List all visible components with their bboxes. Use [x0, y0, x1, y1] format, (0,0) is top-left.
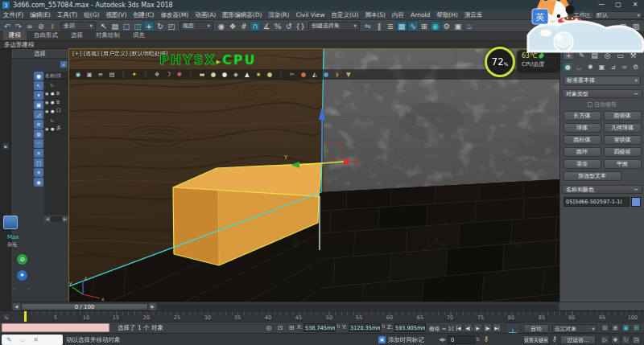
- visibility-eye-icon[interactable]: ◉: [45, 126, 50, 131]
- toolbar-icon[interactable]: ◉: [430, 21, 441, 31]
- toolbar-icon[interactable]: ⊞: [419, 21, 430, 31]
- primitive-button[interactable]: 圆锥体: [604, 111, 642, 121]
- viewport-layout-icon[interactable]: ▥: [617, 21, 629, 31]
- y-coord-field[interactable]: 3120.35mm: [349, 323, 381, 332]
- command-panel-tab-icon[interactable]: ✎: [576, 51, 588, 60]
- plugin-toolbar-icon[interactable]: ☽: [163, 71, 173, 78]
- create-category-icon[interactable]: ▣: [597, 62, 607, 72]
- close-button[interactable]: ✕: [630, 0, 641, 9]
- transport-button[interactable]: ▶|: [493, 323, 502, 332]
- key-filters-icon[interactable]: ⚷: [552, 335, 557, 343]
- menu-item[interactable]: 自定义(U): [328, 11, 362, 19]
- plugin-toolbar-icon[interactable]: ●: [321, 71, 331, 78]
- command-panel-tab-icon[interactable]: ⚒: [627, 51, 639, 60]
- plugin-toolbar-icon[interactable]: |: [118, 71, 128, 78]
- name-column-header[interactable]: 名称(排: [44, 72, 68, 80]
- scene-explorer-title[interactable]: 选择: [11, 49, 68, 59]
- primitive-button[interactable]: 茶壶: [564, 159, 601, 169]
- primitive-button[interactable]: 球体: [564, 123, 601, 133]
- plugin-toolbar-icon[interactable]: |: [186, 71, 196, 78]
- ribbon-tab[interactable]: 填充: [127, 31, 151, 40]
- explorer-row[interactable]: ◉ ● B: [44, 88, 68, 97]
- primitive-button[interactable]: 平面: [604, 159, 642, 169]
- object-name-field[interactable]: 05]3d66-502597-1-1(: [564, 197, 630, 207]
- plugin-toolbar-icon[interactable]: ▬: [197, 71, 207, 78]
- menu-item[interactable]: 动画(A): [192, 11, 219, 19]
- spinner-icon[interactable]: ⇅: [382, 323, 386, 329]
- menu-item[interactable]: 创建(C): [130, 11, 157, 19]
- transport-button[interactable]: |▶: [483, 323, 492, 332]
- plugin-toolbar-icon[interactable]: ✦: [130, 71, 139, 78]
- create-category-icon[interactable]: ⊿: [608, 62, 618, 72]
- plugin-toolbar-icon[interactable]: ▤: [107, 71, 117, 78]
- primitive-button[interactable]: 管状体: [604, 135, 642, 145]
- create-category-icon[interactable]: ≈: [619, 62, 630, 72]
- menu-item[interactable]: 渲染(R): [265, 11, 292, 19]
- toolbar-icon[interactable]: ∿: [407, 21, 419, 31]
- command-panel-tab-icon[interactable]: ▭: [614, 51, 626, 60]
- transport-button[interactable]: |◀: [454, 323, 463, 332]
- viewport-nav-icon[interactable]: ⊙: [601, 323, 609, 332]
- toolbar-icon[interactable]: ◰: [166, 21, 177, 31]
- menu-item[interactable]: 工具(T): [54, 11, 80, 19]
- reference-coordinate-dropdown[interactable]: 视图▼: [180, 22, 213, 31]
- explorer-filter-icon[interactable]: ◿: [34, 110, 43, 119]
- key-filters-button[interactable]: 过滤器...: [560, 335, 596, 344]
- explorer-row[interactable]: ◺: [44, 115, 68, 124]
- set-key-button[interactable]: 设置关键点: [523, 335, 549, 344]
- ribbon-tab[interactable]: 选择: [65, 31, 89, 40]
- track-bar[interactable]: ∿ 51015202530354045505560657075808590951…: [0, 310, 644, 322]
- plugin-toolbar-icon[interactable]: ◆: [231, 71, 241, 78]
- workspace-dropdown[interactable]: 默认▼: [594, 11, 642, 19]
- isolate-selection-icon[interactable]: ◎: [264, 323, 274, 332]
- menu-item[interactable]: Civil View: [292, 11, 328, 18]
- toolbar-icon[interactable]: ♨: [464, 21, 475, 31]
- primitive-button[interactable]: 四棱锥: [604, 147, 642, 157]
- plugin-toolbar-icon[interactable]: ◉: [73, 71, 83, 78]
- object-color-swatch[interactable]: [631, 197, 641, 207]
- plugin-toolbar-icon[interactable]: ●: [299, 71, 308, 78]
- create-category-icon[interactable]: ●: [563, 62, 573, 72]
- toolbar-icon[interactable]: ↶: [2, 21, 13, 31]
- ribbon-tab[interactable]: 对象绘制: [90, 31, 126, 40]
- explorer-row[interactable]: ◉ ● B: [44, 97, 68, 106]
- menu-item[interactable]: 内容: [389, 11, 407, 19]
- toolbar-icon[interactable]: ▤: [109, 21, 121, 31]
- toolbar-icon[interactable]: ▦: [396, 21, 407, 31]
- visibility-eye-icon[interactable]: ◉: [45, 100, 50, 105]
- plugin-toolbar-icon[interactable]: ≡: [96, 71, 105, 78]
- toolbar-icon[interactable]: ∥: [374, 21, 385, 31]
- explorer-hscrollbar[interactable]: ◀ ▶: [44, 216, 68, 222]
- toolbar-icon[interactable]: ▢: [121, 21, 132, 31]
- explorer-filter-icon[interactable]: ▢: [34, 158, 43, 167]
- pet-window-thumbnail[interactable]: [3, 216, 18, 229]
- shield-icon[interactable]: ★: [17, 270, 27, 281]
- polygon-modeling-panel[interactable]: 多边形建模: [0, 41, 35, 49]
- note-icon[interactable]: ▭: [20, 337, 26, 343]
- command-panel-tab-icon[interactable]: +: [563, 51, 575, 60]
- key-mode-icon[interactable]: ⚷: [484, 335, 489, 343]
- menu-item[interactable]: 编辑(E): [27, 11, 54, 19]
- plugin-toolbar-icon[interactable]: ▣: [85, 71, 94, 78]
- explorer-row[interactable]: ◉ ● 多: [44, 124, 68, 133]
- explorer-filter-icon[interactable]: ◉: [34, 178, 43, 187]
- toolbar-icon[interactable]: ∩: [250, 21, 261, 31]
- plugin-toolbar-icon[interactable]: ●: [208, 71, 218, 78]
- menu-item[interactable]: 组(G): [80, 11, 102, 19]
- toolbar-icon[interactable]: {}: [295, 21, 306, 31]
- explorer-flyout-button[interactable]: ▶: [2, 142, 10, 150]
- current-frame-field[interactable]: 0: [448, 335, 475, 344]
- menu-item[interactable]: 图形编辑器(D): [219, 11, 265, 19]
- time-slider-track[interactable]: [157, 304, 558, 310]
- visibility-eye-icon[interactable]: ◉: [45, 109, 50, 113]
- viewport-nav-icon[interactable]: ❖: [611, 335, 620, 344]
- menu-item[interactable]: 脚本(S): [361, 11, 389, 19]
- add-time-tag[interactable]: 添加时间标记: [388, 336, 424, 344]
- spinner-icon[interactable]: ⇅: [476, 336, 480, 342]
- explorer-row[interactable]: ◉ ● 口: [44, 106, 68, 115]
- toolbar-icon[interactable]: ∞: [24, 21, 35, 31]
- time-slider-handle[interactable]: 0 / 100: [21, 303, 148, 310]
- create-category-icon[interactable]: ⚙: [630, 62, 641, 72]
- viewport-nav-icon[interactable]: ↻: [621, 335, 630, 344]
- plugin-toolbar-icon[interactable]: ★: [254, 71, 263, 78]
